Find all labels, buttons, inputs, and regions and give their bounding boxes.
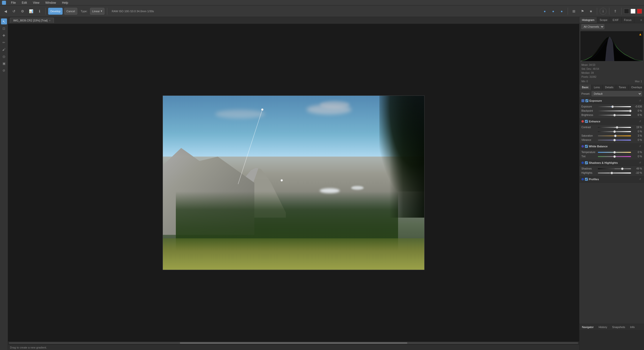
image-container[interactable]: [8, 24, 579, 342]
profiles-reset[interactable]: ↺: [638, 177, 642, 181]
healing-tool[interactable]: ✚: [1, 32, 7, 38]
profiles-toggle[interactable]: [585, 178, 588, 181]
right-panel: Histogram Scope EXIF Focus ≡ All Channel…: [579, 17, 644, 350]
adjust-tab-tones[interactable]: Tones: [616, 84, 628, 90]
star-icon[interactable]: ★: [588, 8, 594, 15]
stat-mean: Mean: 34.53: [582, 63, 595, 67]
back-icon[interactable]: ◀: [2, 8, 9, 15]
highlights-thumb[interactable]: [610, 172, 613, 174]
select-tool[interactable]: ↖: [1, 18, 7, 24]
contrast2-thumb[interactable]: [613, 130, 616, 133]
exposure-toggle[interactable]: [586, 99, 588, 102]
preset-row: Preset: Default: [580, 90, 644, 97]
bottom-tab-info[interactable]: Info: [628, 324, 637, 330]
circle-right-icon[interactable]: ●: [558, 8, 565, 15]
tab-exif[interactable]: EXIF: [610, 17, 621, 23]
grid-icon[interactable]: ⊞: [570, 8, 578, 15]
tint-slider-track[interactable]: [598, 156, 631, 157]
saturation-thumb[interactable]: [614, 135, 616, 137]
sync-icon[interactable]: ↺: [10, 8, 18, 15]
menu-view[interactable]: View: [32, 0, 40, 5]
photo-canvas: [162, 95, 424, 270]
develop-button[interactable]: Develop: [48, 8, 62, 15]
cancel-button[interactable]: Cancel: [64, 8, 77, 15]
export-icon[interactable]: ⇑: [612, 8, 619, 15]
menu-window[interactable]: Window: [44, 0, 57, 5]
temperature-slider-track[interactable]: [598, 152, 631, 153]
vibrance-slider-track[interactable]: [598, 140, 631, 141]
temperature-value: 0 %: [632, 151, 642, 154]
adjust-tab-overlays[interactable]: Overlays: [629, 84, 644, 90]
adjust-tab-basic[interactable]: Basic: [580, 84, 591, 90]
scrollbar-thumb[interactable]: [180, 342, 408, 344]
sh-section-header[interactable]: Shadows & Highlights ↺: [580, 160, 644, 166]
bottom-tab-navigator[interactable]: Navigator: [580, 324, 596, 330]
image-tab[interactable]: IMG_8839.CR2 [33%] [Trial] ×: [10, 18, 54, 23]
temperature-thumb[interactable]: [613, 151, 616, 154]
contrast2-slider-track[interactable]: [598, 131, 631, 132]
wb-toggle[interactable]: [585, 145, 588, 148]
exposure-section-header[interactable]: Exposure ↺: [580, 97, 644, 104]
shadows-slider-track[interactable]: [598, 168, 631, 169]
menu-help[interactable]: Help: [61, 0, 69, 5]
stat-max-label: Max: [635, 79, 640, 83]
bottom-tab-history[interactable]: History: [596, 324, 610, 330]
preset-select[interactable]: Default: [592, 91, 642, 96]
panel-more-button[interactable]: ≡: [638, 17, 644, 23]
enhance-reset[interactable]: ↺: [638, 119, 642, 123]
bottom-tab-snapshots[interactable]: Snapshots: [610, 324, 628, 330]
profiles-section-header[interactable]: Profiles ↺: [580, 176, 644, 182]
scrollbar-track[interactable]: [9, 342, 578, 344]
gradient-tool[interactable]: ▣: [1, 60, 7, 66]
crop-tool[interactable]: ⊡: [1, 25, 7, 31]
menu-edit[interactable]: Edit: [21, 0, 28, 5]
info-small-icon[interactable]: ℹ: [36, 8, 43, 15]
overexposure-warning[interactable]: ▲: [638, 32, 642, 36]
info-icon[interactable]: i: [600, 8, 606, 15]
exposure-thumb[interactable]: [611, 105, 614, 108]
image-area: IMG_8839.CR2 [33%] [Trial] ×: [8, 17, 579, 350]
contrast-slider-track[interactable]: [598, 127, 631, 128]
highlights-slider-track[interactable]: [598, 173, 631, 174]
eyedropper-tool[interactable]: ⊘: [1, 67, 7, 73]
adjust-tab-details[interactable]: Details: [602, 84, 616, 90]
gradient-handle-mid[interactable]: [280, 179, 283, 181]
gradient-type-button[interactable]: Linear ▾: [90, 8, 105, 15]
pen-tool[interactable]: ✏: [1, 39, 7, 45]
menu-file[interactable]: File: [10, 0, 17, 5]
adjustments-scroll[interactable]: Exposure ↺ Exposure -0.636 Blackpoint: [580, 97, 644, 324]
settings-icon[interactable]: ⚙: [19, 8, 26, 15]
exposure-slider-track[interactable]: [598, 106, 631, 107]
highlights-slider-row: Highlights -10 %: [580, 171, 644, 175]
vibrance-thumb[interactable]: [613, 139, 616, 141]
tab-histogram[interactable]: Histogram: [580, 17, 597, 23]
sh-reset[interactable]: ↺: [638, 161, 642, 165]
circle-left-icon[interactable]: ●: [541, 8, 548, 15]
histogram-icon[interactable]: 📊: [28, 8, 34, 15]
tab-scope[interactable]: Scope: [597, 17, 610, 23]
clone-tool[interactable]: ◎: [1, 53, 7, 59]
saturation-slider-track[interactable]: [598, 135, 631, 136]
tab-focus[interactable]: Focus: [622, 17, 634, 23]
brightness-thumb[interactable]: [613, 114, 616, 116]
adjust-tab-lens[interactable]: Lens: [591, 84, 602, 90]
blackpoint-slider-track[interactable]: [598, 110, 631, 111]
close-tab-button[interactable]: ×: [49, 19, 51, 22]
brightness-value: 0 %: [632, 114, 642, 116]
enhance-section-header[interactable]: Enhance ↺: [580, 118, 644, 125]
channels-select[interactable]: All Channels Red Green Blue Luminosity: [582, 24, 604, 29]
exposure-reset[interactable]: ↺: [638, 99, 642, 102]
brightness-slider-track[interactable]: [598, 115, 631, 116]
circle-mid-icon[interactable]: ●: [550, 8, 557, 15]
blackpoint-thumb[interactable]: [629, 110, 632, 112]
brush-tool[interactable]: 🖌: [1, 46, 7, 52]
wb-reset[interactable]: ↺: [638, 144, 642, 148]
wb-section-header[interactable]: White Balance ↺: [580, 143, 644, 150]
image-scrollbar[interactable]: [8, 342, 579, 345]
flag-icon[interactable]: ⚑: [579, 8, 586, 15]
contrast-thumb[interactable]: [616, 126, 618, 129]
shadows-thumb[interactable]: [621, 168, 624, 170]
sh-toggle[interactable]: [585, 161, 588, 164]
tint-thumb[interactable]: [613, 155, 616, 158]
enhance-toggle[interactable]: [585, 120, 588, 123]
